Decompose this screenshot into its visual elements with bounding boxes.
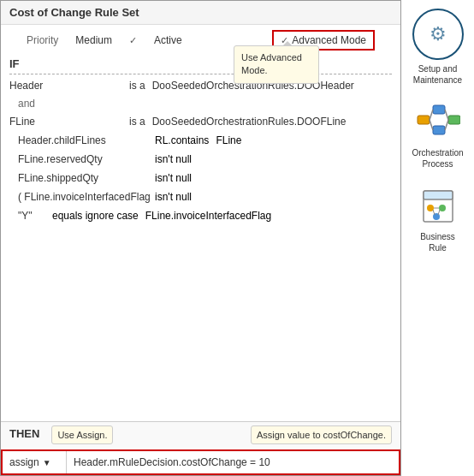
condition-row-childFLines: Header.childFLines RL.contains FLine: [1, 131, 400, 150]
page-title: Cost of Change Rule Set: [9, 6, 139, 19]
condition-op: is a: [129, 116, 145, 128]
setup-maintenance-circle: ⚙: [412, 9, 464, 60]
orchestration-icon-box: [413, 101, 463, 144]
priority-label: Priority: [27, 34, 58, 46]
assign-label: assign: [9, 456, 39, 468]
condition-term: "Y": [18, 210, 52, 222]
svg-line-6: [445, 110, 448, 120]
then-section: THEN Use Assign. Assign value to costOfC…: [1, 421, 400, 475]
svg-line-7: [445, 120, 448, 130]
assign-expression: Header.mRuleDecision.costOfChange = 10: [67, 451, 399, 473]
condition-row-invoiceFlag2: "Y" equals ignore case FLine.invoiceInte…: [1, 206, 400, 225]
condition-row-fline: FLine is a DooSeededOrchestrationRules.D…: [1, 112, 400, 131]
if-label: IF: [9, 57, 392, 70]
active-label: Active: [154, 34, 182, 46]
priority-value: Medium: [75, 34, 112, 46]
condition-val: FLine.invoiceInterfacedFlag: [145, 210, 271, 222]
condition-row-header: Header is a DooSeededOrchestrationRules.…: [1, 76, 400, 95]
orchestration-process-label: OrchestrationProcess: [412, 147, 463, 170]
condition-op: equals ignore case: [52, 210, 139, 222]
title-bar: Cost of Change Rule Set: [1, 1, 400, 25]
business-rule-icon-box: [413, 185, 463, 228]
svg-line-4: [430, 110, 433, 120]
svg-rect-3: [448, 116, 460, 124]
condition-op: is a: [129, 80, 145, 92]
condition-op: RL.contains: [155, 134, 209, 146]
advanced-mode-label: Advanced Mode: [292, 34, 366, 46]
condition-val: FLine: [216, 134, 241, 146]
active-checkmark: ✓: [129, 35, 137, 46]
setup-maintenance-label: Setup andMaintenance: [413, 63, 462, 86]
assign-dropdown-icon[interactable]: ▼: [43, 458, 51, 467]
condition-val: DooSeededOrchestrationRules.DOOFLine: [152, 116, 347, 128]
business-rule-label: BusinessRule: [420, 231, 455, 253]
svg-line-5: [430, 120, 433, 130]
then-label: THEN: [9, 425, 39, 440]
svg-rect-2: [433, 126, 445, 134]
condition-op: isn't null: [155, 191, 192, 203]
priority-row: Priority Medium ✓ Active ✓ Advanced Mode: [1, 25, 400, 56]
then-tooltip2: Assign value to costOfChange.: [251, 425, 392, 444]
svg-rect-0: [418, 116, 430, 124]
svg-point-12: [433, 213, 440, 220]
business-rule-icon: [417, 187, 459, 225]
condition-term: FLine.shippedQty: [18, 172, 155, 184]
left-panel: Cost of Change Rule Set Priority Medium …: [0, 0, 401, 476]
condition-row-shippedQty: FLine.shippedQty isn't null: [1, 169, 400, 187]
tooltip-text: Use Advanced Mode.: [241, 52, 302, 75]
condition-term: FLine.reservedQty: [18, 153, 155, 165]
condition-row-invoiceFlag1: ( FLine.invoiceInterfacedFlag isn't null: [1, 187, 400, 206]
orchestration-process-icon-card[interactable]: OrchestrationProcess: [412, 101, 463, 170]
and-label: and: [1, 95, 400, 112]
condition-term: Header.childFLines: [18, 134, 155, 146]
condition-op: isn't null: [155, 172, 192, 184]
then-tooltip1: Use Assign.: [51, 425, 113, 444]
condition-term: FLine: [9, 116, 129, 128]
main-container: Cost of Change Rule Set Priority Medium …: [0, 0, 474, 476]
condition-term: ( FLine.invoiceInterfacedFlag: [18, 191, 155, 203]
svg-rect-9: [424, 191, 453, 199]
right-panel: ⚙ Setup andMaintenance OrchestrationProc…: [401, 0, 474, 476]
advanced-mode-tooltip: Use Advanced Mode.: [234, 45, 319, 84]
gear-icon: ⚙: [430, 23, 447, 45]
svg-rect-1: [433, 105, 445, 114]
assign-row: assign ▼ Header.mRuleDecision.costOfChan…: [1, 449, 400, 475]
condition-row-reservedQty: FLine.reservedQty isn't null: [1, 150, 400, 169]
business-rule-icon-card[interactable]: BusinessRule: [413, 185, 463, 253]
condition-op: isn't null: [155, 153, 192, 165]
setup-maintenance-icon-card[interactable]: ⚙ Setup andMaintenance: [412, 9, 464, 86]
assign-button[interactable]: assign ▼: [3, 451, 67, 473]
condition-term: Header: [9, 80, 129, 92]
orchestration-icon: [416, 104, 460, 141]
